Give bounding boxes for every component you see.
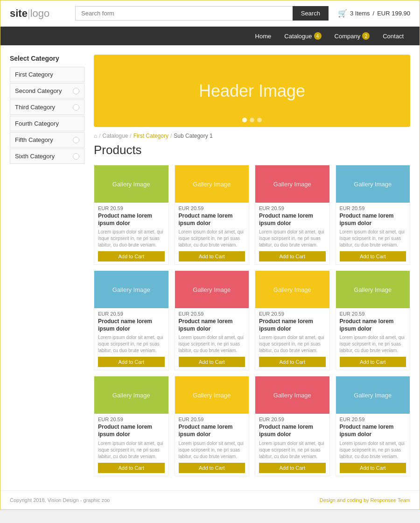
nav-badge-company: 2 [362,32,370,40]
product-price: EUR 20.59 [179,311,245,317]
sidebar-item-fourth[interactable]: Fourth Category [10,116,84,131]
sidebar-item-label: Sixth Category [15,153,55,160]
add-to-cart-button[interactable]: Add to Cart [259,463,326,473]
product-body: EUR 20.59 Product name lorem ipsum dolor… [336,308,410,370]
product-image: Gallery Image [175,376,249,414]
add-to-cart-button[interactable]: Add to Cart [340,463,406,473]
sidebar-radio-third[interactable] [73,104,79,111]
product-name: Product name lorem ipsum dolor [259,424,326,438]
product-desc: Lorem ipsum dolor sit amet, qui isque sc… [259,440,326,460]
sidebar-item-second[interactable]: Second Category [10,83,84,99]
banner-dot-1[interactable] [242,118,247,122]
site-nav: Home Catalogue 4 Company 2 Contact [0,27,420,45]
product-card: Gallery Image EUR 20.59 Product name lor… [175,270,250,370]
sidebar-radio-second[interactable] [73,88,79,94]
product-image: Gallery Image [336,271,410,308]
breadcrumb-home[interactable]: ⌂ [94,133,97,139]
product-body: EUR 20.59 Product name lorem ipsum dolor… [175,308,249,370]
product-price: EUR 20.59 [179,205,245,211]
add-to-cart-button[interactable]: Add to Cart [98,357,165,367]
add-to-cart-button[interactable]: Add to Cart [98,251,165,262]
product-name: Product name lorem ipsum dolor [340,424,406,438]
product-card: Gallery Image EUR 20.59 Product name lor… [175,376,250,476]
product-name: Product name lorem ipsum dolor [259,212,326,227]
site-logo: site|logo [10,7,66,20]
add-to-cart-button[interactable]: Add to Cart [179,357,245,367]
product-body: EUR 20.59 Product name lorem ipsum dolor… [175,203,249,264]
sidebar-item-label: First Category [15,71,53,78]
gallery-image-label: Gallery Image [354,392,392,399]
add-to-cart-button[interactable]: Add to Cart [179,463,245,473]
search-input[interactable] [75,6,293,21]
product-body: EUR 20.59 Product name lorem ipsum dolor… [255,414,329,475]
product-desc: Lorem ipsum dolor sit amet, qui isque sc… [340,334,406,354]
sidebar-item-fifth[interactable]: Fifth Category [10,132,84,148]
product-card: Gallery Image EUR 20.59 Product name lor… [175,165,250,265]
sidebar-item-third[interactable]: Third Category [10,99,84,115]
product-desc: Lorem ipsum dolor sit amet, qui isque sc… [179,440,245,460]
product-body: EUR 20.59 Product name lorem ipsum dolor… [94,308,168,370]
footer-credit: Design and coding by Responsee Team [320,497,410,503]
gallery-image-label: Gallery Image [193,392,231,399]
breadcrumb-first-category[interactable]: First Category [133,133,168,139]
product-name: Product name lorem ipsum dolor [98,424,165,438]
add-to-cart-button[interactable]: Add to Cart [340,251,406,262]
banner-dot-2[interactable] [250,118,254,122]
product-name: Product name lorem ipsum dolor [259,318,326,332]
product-price: EUR 20.59 [340,417,406,422]
add-to-cart-button[interactable]: Add to Cart [340,357,406,367]
product-card: Gallery Image EUR 20.59 Product name lor… [94,165,169,265]
product-body: EUR 20.59 Product name lorem ipsum dolor… [94,203,168,264]
product-card: Gallery Image EUR 20.59 Product name lor… [336,270,411,370]
product-price: EUR 20.59 [98,417,165,422]
gallery-image-label: Gallery Image [112,392,150,399]
site-footer: Copyright 2018, Vision Design - graphic … [0,490,420,509]
product-price: EUR 20.59 [259,205,326,211]
product-desc: Lorem ipsum dolor sit amet, qui isque sc… [98,334,165,354]
add-to-cart-button[interactable]: Add to Cart [179,251,245,262]
nav-item-catalogue[interactable]: Catalogue 4 [278,27,328,45]
nav-item-contact[interactable]: Contact [376,27,410,45]
product-price: EUR 20.59 [98,311,165,317]
footer-copyright: Copyright 2018, Vision Design - graphic … [10,497,110,503]
products-heading: Products [94,143,410,157]
product-card: Gallery Image EUR 20.59 Product name lor… [94,270,169,370]
product-image: Gallery Image [255,165,329,203]
sidebar-item-sixth[interactable]: Sixth Category [10,148,84,164]
product-image: Gallery Image [175,271,249,308]
product-body: EUR 20.59 Product name lorem ipsum dolor… [175,414,249,475]
nav-item-home[interactable]: Home [249,27,278,45]
banner-text: Header Image [199,81,305,101]
product-card: Gallery Image EUR 20.59 Product name lor… [336,376,411,476]
cart-sep: / [373,10,375,17]
add-to-cart-button[interactable]: Add to Cart [259,251,326,262]
sidebar-item-label: Third Category [15,104,55,111]
product-name: Product name lorem ipsum dolor [98,318,165,332]
product-image: Gallery Image [336,165,410,203]
sidebar-radio-sixth[interactable] [73,153,79,160]
sidebar-title: Select Category [10,55,84,62]
product-card: Gallery Image EUR 20.59 Product name lor… [94,376,169,476]
sidebar-item-label: Second Category [15,87,62,94]
product-body: EUR 20.59 Product name lorem ipsum dolor… [336,414,410,475]
product-desc: Lorem ipsum dolor sit amet, qui isque sc… [98,440,165,460]
product-desc: Lorem ipsum dolor sit amet, qui isque sc… [179,334,245,354]
product-name: Product name lorem ipsum dolor [179,424,245,438]
product-card: Gallery Image EUR 20.59 Product name lor… [336,165,411,265]
product-price: EUR 20.59 [340,311,406,317]
sidebar-item-first[interactable]: First Category [10,67,84,82]
sidebar: Select Category First Category Second Ca… [10,55,84,476]
product-name: Product name lorem ipsum dolor [179,212,245,227]
gallery-image-label: Gallery Image [112,286,150,293]
add-to-cart-button[interactable]: Add to Cart [98,463,165,473]
gallery-image-label: Gallery Image [112,181,150,188]
banner-dot-3[interactable] [257,118,262,122]
search-button[interactable]: Search [293,6,329,21]
banner: Header Image [94,55,410,127]
product-body: EUR 20.59 Product name lorem ipsum dolor… [255,203,329,264]
breadcrumb-catalogue[interactable]: Catalogue [103,133,128,139]
add-to-cart-button[interactable]: Add to Cart [259,357,326,367]
sidebar-radio-fifth[interactable] [73,137,79,143]
main-layout: Select Category First Category Second Ca… [0,45,420,486]
nav-item-company[interactable]: Company 2 [328,27,377,45]
